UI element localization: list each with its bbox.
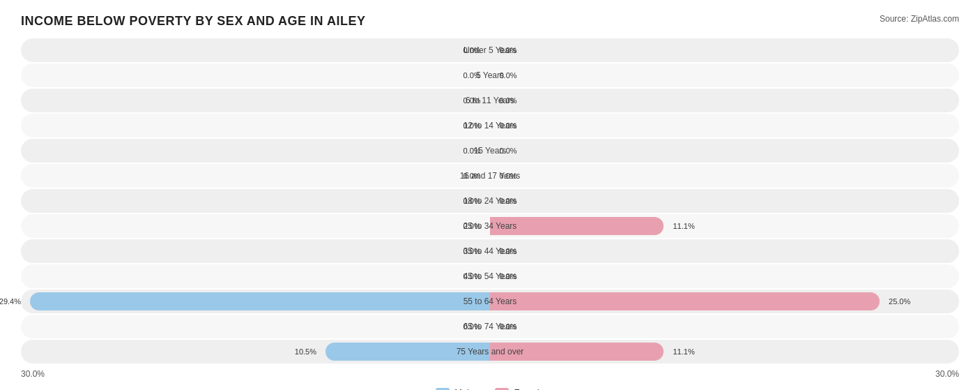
- bar-male-value: 29.4%: [0, 297, 21, 306]
- bar-male-value: 0.0%: [463, 46, 480, 54]
- chart-header: INCOME BELOW POVERTY BY SEX AND AGE IN A…: [21, 14, 959, 29]
- bar-male-value: 0.0%: [463, 96, 480, 105]
- legend-male-box: [436, 388, 450, 391]
- bar-row: 55 to 64 Years29.4%25.0%: [21, 290, 959, 313]
- bar-label: 75 Years and over: [457, 347, 524, 357]
- bar-row: 12 to 14 Years0.0%0.0%: [21, 114, 959, 137]
- axis-left: 30.0%: [21, 369, 45, 379]
- bar-row: 15 Years0.0%0.0%: [21, 139, 959, 163]
- bar-female: [490, 292, 880, 310]
- axis-row: 30.0% 30.0%: [21, 365, 959, 382]
- chart-container: INCOME BELOW POVERTY BY SEX AND AGE IN A…: [0, 0, 980, 390]
- bar-female-value: 0.0%: [499, 96, 516, 105]
- bar-male-value: 0.0%: [463, 247, 480, 255]
- chart-title: INCOME BELOW POVERTY BY SEX AND AGE IN A…: [21, 14, 365, 29]
- bar-female-value: 0.0%: [499, 147, 516, 155]
- chart-area: Under 5 Years0.0%0.0%5 Years0.0%0.0%6 to…: [21, 38, 959, 363]
- bar-row: 6 to 11 Years0.0%0.0%: [21, 89, 959, 112]
- bar-row: 5 Years0.0%0.0%: [21, 63, 959, 87]
- bar-female-value: 0.0%: [499, 172, 516, 180]
- bar-female-value: 11.1%: [673, 222, 694, 230]
- bar-male: [30, 292, 490, 310]
- bar-female-value: 11.1%: [673, 347, 694, 356]
- bar-male-value: 10.5%: [295, 347, 316, 356]
- bar-male-value: 0.0%: [463, 322, 480, 331]
- bar-row: Under 5 Years0.0%0.0%: [21, 38, 959, 62]
- bar-female-value: 0.0%: [499, 247, 516, 255]
- bar-female-value: 0.0%: [499, 46, 516, 54]
- bar-row: 16 and 17 Years0.0%0.0%: [21, 164, 959, 188]
- bar-row: 45 to 54 Years0.0%0.0%: [21, 264, 959, 288]
- bar-label: 55 to 64 Years: [464, 297, 517, 306]
- bar-row: 75 Years and over10.5%11.1%: [21, 340, 959, 363]
- legend: Male Female: [21, 387, 959, 390]
- bar-row: 35 to 44 Years0.0%0.0%: [21, 239, 959, 263]
- bar-female-value: 0.0%: [499, 322, 516, 331]
- legend-male-label: Male: [454, 387, 474, 390]
- bar-male-value: 0.0%: [463, 121, 480, 130]
- bar-row: 25 to 34 Years0.0%11.1%: [21, 214, 959, 238]
- axis-right: 30.0%: [935, 369, 959, 379]
- chart-source: Source: ZipAtlas.com: [880, 14, 959, 24]
- bar-female-value: 0.0%: [499, 71, 516, 80]
- bar-male-value: 0.0%: [463, 222, 480, 230]
- bar-female-value: 0.0%: [499, 121, 516, 130]
- legend-male: Male: [436, 387, 474, 390]
- bar-row: 18 to 24 Years0.0%0.0%: [21, 189, 959, 213]
- bar-row: 65 to 74 Years0.0%0.0%: [21, 315, 959, 338]
- legend-female: Female: [495, 387, 544, 390]
- bar-male-value: 0.0%: [463, 272, 480, 280]
- bar-female-value: 0.0%: [499, 272, 516, 280]
- bar-female-value: 0.0%: [499, 197, 516, 205]
- bar-male-value: 0.0%: [463, 197, 480, 205]
- bar-male-value: 0.0%: [463, 147, 480, 155]
- bar-male-value: 0.0%: [463, 172, 480, 180]
- legend-female-box: [495, 388, 509, 391]
- legend-female-label: Female: [514, 387, 544, 390]
- bar-female-value: 25.0%: [889, 297, 910, 306]
- bar-male-value: 0.0%: [463, 71, 480, 80]
